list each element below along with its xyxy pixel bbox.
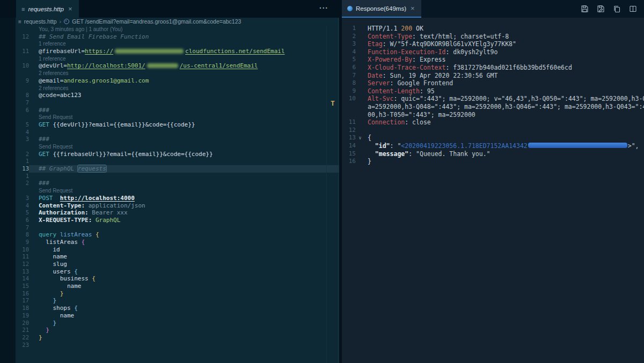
code-line[interactable]: 8@code=abc123 (16, 92, 339, 99)
code-line[interactable]: 8query listAreas { (16, 231, 339, 239)
code-segment: ### (39, 136, 49, 143)
code-line[interactable]: 5GET {{devUrl}}?email={{email}}&code={{c… (16, 121, 339, 129)
code-line[interactable]: 12## Send Email Firebase Function (16, 33, 339, 41)
code-line[interactable]: 11 name (16, 253, 339, 261)
split-editor-icon[interactable] (628, 4, 638, 14)
code-segment: f381727b940ad021f6bb39bd5f60e6cd (453, 64, 572, 71)
code-line[interactable]: 11Connection: close (342, 118, 644, 127)
code-line[interactable]: 21 } (16, 327, 339, 334)
codelens-link[interactable]: Send Request (29, 143, 339, 151)
response-viewer[interactable]: 1HTTP/1.1 200 OK2Content-Type: text/html… (342, 18, 644, 363)
code-line[interactable]: 13∨{ (342, 134, 644, 142)
code-line[interactable]: 9 listAreas { (16, 239, 339, 246)
close-tab-icon[interactable]: × (409, 4, 416, 12)
code-line[interactable]: 3POST http://localhost:4000 (16, 195, 339, 202)
code-line[interactable]: 9Content-Length: 95 (342, 87, 644, 95)
code-line[interactable]: 12 slug (16, 261, 339, 268)
code-line[interactable]: 5Authorization: Bearer xxx (16, 209, 339, 217)
code-line[interactable]: 14 "id": "<20200419223056.1.718ED7152AA1… (342, 142, 644, 150)
code-line[interactable]: 20 } (16, 320, 339, 327)
code-line[interactable]: 16} (342, 158, 644, 166)
codelens-link[interactable]: 2 references (29, 70, 339, 77)
codelens-link[interactable]: 1 reference (29, 55, 339, 63)
codelens-line[interactable]: Send Request (16, 187, 339, 195)
code-segment: Sun, 19 Apr 2020 22:30:56 GMT (390, 72, 498, 79)
code-line[interactable]: 15 name (16, 283, 339, 290)
code-line[interactable]: 3### (16, 136, 339, 143)
fold-chevron-icon[interactable]: ∨ (356, 134, 364, 142)
codelens-line[interactable]: 2 references (16, 85, 339, 92)
code-line[interactable]: 4 (16, 129, 339, 136)
line-number: 19 (16, 312, 29, 320)
response-pane: Response(649ms) × 1HTTP/1.1 200 OK2Conte… (342, 0, 644, 363)
line-number: 21 (16, 327, 29, 334)
code-line[interactable]: 12 (342, 127, 644, 135)
code-segment: query (39, 231, 60, 238)
codelens-link[interactable]: Send Request (29, 187, 339, 195)
code-line[interactable]: 7 (16, 99, 339, 107)
code-line[interactable]: 1 (16, 158, 339, 165)
code-line[interactable]: 8Server: Google Frontend (342, 79, 644, 87)
code-line[interactable]: 10@devUrl=http://localhost:5001//us-cent… (16, 62, 339, 70)
code-line[interactable]: 6X-Cloud-Trace-Context: f381727b940ad021… (342, 64, 644, 72)
code-line[interactable]: 13 users { (16, 268, 339, 276)
code-line[interactable]: 3Etag: W/"5f-Atq9DKOR9BlG61vXYElg3y77KK8… (342, 40, 644, 48)
code-line[interactable]: 7Date: Sun, 19 Apr 2020 22:30:56 GMT (342, 72, 644, 80)
code-line[interactable]: 4Function-Execution-Id: dk0ysh2ylt9o (342, 48, 644, 56)
code-line[interactable]: 6X-REQUEST-TYPE: GraphQL (16, 217, 339, 224)
codelens-link[interactable]: 2 references (29, 85, 339, 92)
code-line[interactable]: 15 "message": "Queued. Thank you." (342, 150, 644, 158)
code-segment: : (390, 142, 398, 150)
code-line[interactable]: 16 } (16, 290, 339, 298)
codelens-link[interactable]: You, 3 minutes ago | 1 author (You) (29, 26, 339, 33)
code-segment: { (368, 134, 371, 142)
breadcrumb-file[interactable]: requests.http (24, 18, 57, 25)
codelens-link[interactable]: 1 reference (29, 40, 339, 48)
code-line[interactable]: 4Content-Type: application/json (16, 202, 339, 210)
line-number: 8 (16, 92, 29, 99)
code-segment: POST (39, 195, 60, 202)
tab-response[interactable]: Response(649ms) × (342, 0, 421, 18)
code-line[interactable]: 5X-Powered-By: Express (342, 56, 644, 64)
line-number: 5 (16, 121, 29, 129)
code-line[interactable]: 00,h3-T050=":443"; ma=2592000 (342, 111, 644, 119)
code-line[interactable]: 13## GraphQL requests (16, 165, 339, 173)
save-response-icon[interactable] (580, 4, 589, 14)
breadcrumb-request[interactable]: GET /sendEmail?email=andreas.groos1@gmai… (72, 18, 241, 25)
code-line[interactable]: 19 name (16, 312, 339, 320)
breadcrumb[interactable]: ≡ requests.http › GET /sendEmail?email=a… (16, 18, 339, 25)
code-text: ### (29, 107, 339, 114)
code-line[interactable]: 1 (16, 173, 339, 180)
codelens-line[interactable]: 1 reference (16, 55, 339, 63)
close-tab-icon[interactable]: × (67, 5, 74, 13)
line-number: 3 (16, 195, 29, 202)
code-line[interactable]: 17 } (16, 297, 339, 305)
save-response-body-icon[interactable] (596, 4, 605, 14)
code-line[interactable]: 10Alt-Svc: quic=":443"; ma=2592000; v="4… (342, 95, 644, 103)
code-line[interactable]: 2Content-Type: text/html; charset=utf-8 (342, 33, 644, 41)
copy-response-icon[interactable] (612, 4, 621, 14)
codelens-line[interactable]: 2 references (16, 70, 339, 77)
code-line[interactable]: 6### (16, 107, 339, 114)
code-line[interactable]: 7 (16, 224, 339, 232)
codelens-line[interactable]: 1 reference (16, 40, 339, 48)
codelens-line[interactable]: Send Request (16, 143, 339, 151)
code-line[interactable]: 11@firebaseUrl=https://cloudfunctions.ne… (16, 48, 339, 55)
code-line[interactable]: 14 business { (16, 275, 339, 283)
code-line[interactable]: 2### (16, 180, 339, 187)
codelens-line[interactable]: Send Request (16, 114, 339, 121)
code-line[interactable]: 18 shops { (16, 305, 339, 312)
codelens-line[interactable]: You, 3 minutes ago | 1 author (You) (16, 26, 339, 33)
code-line[interactable]: 9@email=andreas.groos1@gmail.com (16, 77, 339, 85)
more-actions-button[interactable]: ··· (319, 4, 328, 12)
code-line[interactable]: 23 (16, 342, 339, 349)
code-line[interactable]: 10 id (16, 246, 339, 254)
code-line[interactable]: 1HTTP/1.1 200 OK (342, 25, 644, 33)
code-segment: : (412, 33, 420, 40)
tab-requests-http[interactable]: ≡ requests.http × (16, 0, 79, 18)
codelens-link[interactable]: Send Request (29, 114, 339, 121)
code-line[interactable]: 22} (16, 334, 339, 342)
code-line[interactable]: a=2592000,h3-Q048=":443"; ma=2592000,h3-… (342, 103, 644, 111)
request-code-editor[interactable]: You, 3 minutes ago | 1 author (You)12## … (16, 25, 339, 363)
code-line[interactable]: 2GET {{firebaseUrl}}?email={{email}}&cod… (16, 151, 339, 158)
